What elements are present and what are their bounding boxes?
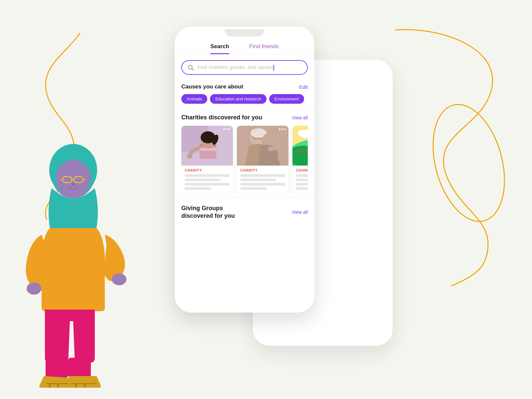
phone-container: Search Find friends Find charities, grou… bbox=[146, 27, 343, 359]
causes-header: Causes you care about Edit bbox=[181, 83, 308, 90]
svg-point-41 bbox=[298, 130, 307, 136]
charity-card-1[interactable]: CHARITY bbox=[181, 126, 233, 194]
svg-point-10 bbox=[112, 273, 126, 285]
tab-find-friends[interactable]: Find friends bbox=[249, 43, 279, 54]
charity-cards-row: CHARITY bbox=[181, 126, 308, 194]
causes-edit-link[interactable]: Edit bbox=[299, 84, 308, 90]
hug-svg bbox=[237, 126, 288, 166]
phone-notch bbox=[225, 29, 265, 37]
girl-svg bbox=[181, 126, 233, 166]
tab-search-label: Search bbox=[210, 43, 229, 50]
pill-environment[interactable]: Environment bbox=[269, 94, 304, 104]
skeleton-11 bbox=[296, 183, 308, 186]
charities-section: Charities discovered for you View all bbox=[175, 107, 314, 198]
skeleton-9 bbox=[296, 174, 308, 177]
skeleton-12 bbox=[296, 187, 308, 190]
giving-groups-view-all[interactable]: View all bbox=[292, 209, 308, 215]
decorative-curve-right bbox=[379, 20, 505, 286]
search-placeholder: Find charities, groups, and causes bbox=[197, 64, 302, 70]
charity-card-body-2: CHARITY bbox=[237, 166, 288, 194]
svg-point-30 bbox=[187, 154, 192, 159]
charity-image-houses bbox=[292, 126, 308, 166]
card-dots-1 bbox=[223, 128, 230, 130]
charity-card-image-3 bbox=[292, 126, 308, 166]
charities-view-all[interactable]: View all bbox=[292, 115, 308, 120]
search-placeholder-text: Find charities, groups, and causes bbox=[197, 64, 273, 70]
charity-image-hug bbox=[237, 126, 288, 166]
charity-card-body-1: CHARITY bbox=[181, 166, 233, 194]
svg-text:3: 3 bbox=[48, 383, 51, 388]
skeleton-4 bbox=[185, 187, 212, 190]
skeleton-6 bbox=[240, 179, 276, 181]
svg-rect-12 bbox=[46, 358, 68, 378]
tab-bar: Search Find friends bbox=[175, 37, 314, 54]
skeleton-2 bbox=[185, 179, 221, 181]
svg-point-0 bbox=[421, 96, 505, 229]
svg-text:3: 3 bbox=[57, 383, 59, 388]
skeleton-5 bbox=[240, 174, 285, 177]
causes-title: Causes you care about bbox=[181, 83, 243, 90]
skeleton-1 bbox=[185, 174, 230, 177]
search-bar-section: Find charities, groups, and causes bbox=[175, 54, 314, 78]
charity-cards-container: CHARITY bbox=[181, 126, 308, 194]
charity-card-3[interactable]: CHARITY bbox=[292, 126, 308, 194]
svg-point-11 bbox=[27, 283, 41, 295]
charity-label-2: CHARITY bbox=[240, 168, 285, 172]
svg-point-9 bbox=[72, 183, 75, 186]
skeleton-3 bbox=[185, 183, 230, 186]
search-icon bbox=[187, 64, 194, 71]
svg-point-3 bbox=[56, 160, 90, 197]
charity-image-girl bbox=[181, 126, 233, 166]
skeleton-7 bbox=[240, 183, 285, 186]
charity-label-3: CHARITY bbox=[296, 168, 308, 172]
charities-title: Charities discovered for you bbox=[181, 114, 262, 121]
search-cursor bbox=[273, 65, 274, 71]
charity-card-2[interactable]: CHARITY bbox=[237, 126, 288, 194]
giving-groups-header: Giving Groupsdiscovered for you View all bbox=[181, 204, 308, 220]
card-dots-2 bbox=[279, 128, 286, 130]
skeleton-8 bbox=[240, 187, 267, 190]
causes-pills: Animals Education and research Environme… bbox=[181, 94, 308, 104]
svg-text:3: 3 bbox=[75, 383, 78, 388]
search-bar[interactable]: Find charities, groups, and causes bbox=[181, 60, 308, 75]
charities-header: Charities discovered for you View all bbox=[181, 114, 308, 121]
tab-search[interactable]: Search bbox=[210, 43, 229, 54]
tab-find-friends-label: Find friends bbox=[249, 43, 279, 50]
giving-groups-title: Giving Groupsdiscovered for you bbox=[181, 204, 235, 220]
person-illustration: 3 3 3 3 bbox=[17, 115, 136, 389]
giving-groups-section: Giving Groupsdiscovered for you View all bbox=[175, 198, 314, 230]
pill-education[interactable]: Education and research bbox=[210, 94, 266, 104]
svg-line-21 bbox=[192, 69, 194, 70]
svg-rect-13 bbox=[68, 358, 91, 378]
svg-text:3: 3 bbox=[83, 383, 86, 388]
skeleton-10 bbox=[296, 179, 308, 181]
pill-animals[interactable]: Animals bbox=[181, 94, 207, 104]
causes-section: Causes you care about Edit Animals Educa… bbox=[175, 78, 314, 107]
phone-shell: Search Find friends Find charities, grou… bbox=[175, 27, 314, 313]
houses-svg bbox=[292, 126, 308, 166]
charity-label-1: CHARITY bbox=[185, 168, 230, 172]
charity-card-body-3: CHARITY bbox=[292, 166, 308, 194]
charity-card-image-1 bbox=[181, 126, 233, 166]
svg-point-44 bbox=[292, 146, 308, 166]
charity-card-image-2 bbox=[237, 126, 288, 166]
